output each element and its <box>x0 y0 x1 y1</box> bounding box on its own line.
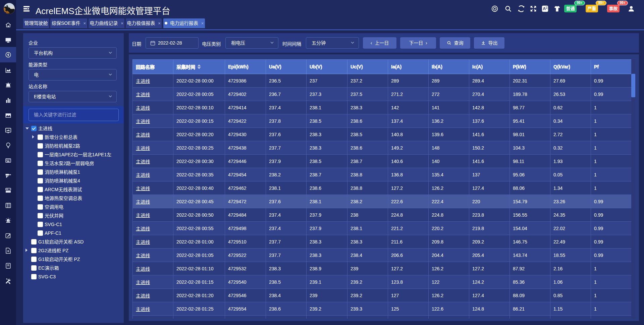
svg-text:文: 文 <box>545 6 548 9</box>
